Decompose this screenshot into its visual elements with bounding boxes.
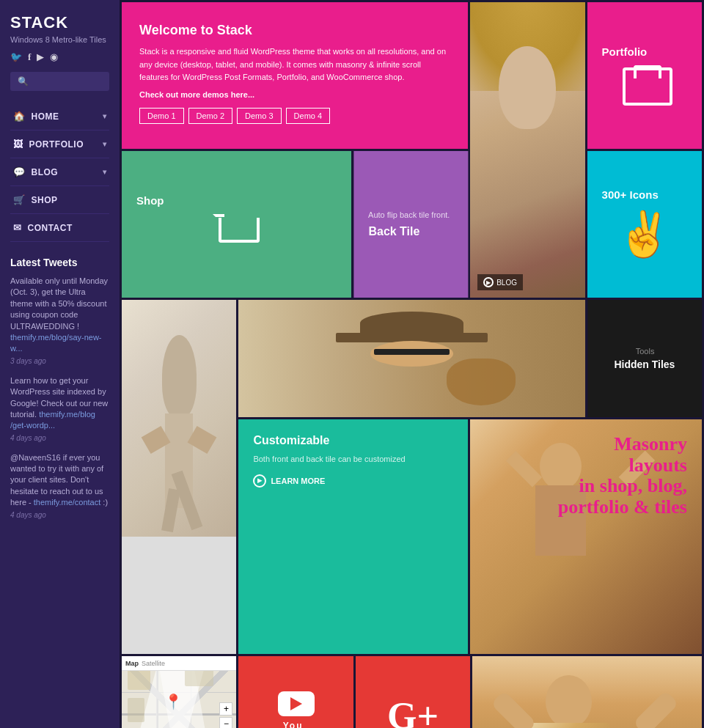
main-nav: 🏠HOME ▾ 🖼PORTFOLIO ▾ 💬BLOG ▾ 🛒SHOP [10,103,109,242]
search-input[interactable] [10,72,109,91]
check-demos-link[interactable]: Check out more demos here... [139,90,450,99]
sidebar: STACK Windows 8 Metro-like Tiles 🐦 f ▶ ◉… [0,0,120,728]
portfolio-icon: 🖼 [13,139,23,150]
youtube-icon: YouTube [278,691,315,729]
rss-social-icon[interactable]: ◉ [50,51,58,63]
shop-title: Shop [136,194,337,207]
girl-photo-tile[interactable]: ▶ BLOG [470,2,584,298]
nav-item-shop[interactable]: 🛒SHOP [10,186,109,214]
latest-tweets-title: Latest Tweets [10,257,109,268]
icons-title: 300+ Icons [602,188,687,201]
guitarist-tile[interactable] [238,300,584,417]
site-subtitle: Windows 8 Metro-like Tiles [10,35,109,44]
chevron-portfolio-icon: ▾ [103,140,107,148]
demo1-button[interactable]: Demo 1 [139,108,184,124]
learn-more-label: LEARN MORE [271,477,325,485]
blog-label: BLOG [496,279,517,287]
portfolio-title: Portfolio [602,45,687,58]
nav-item-portfolio[interactable]: 🖼PORTFOLIO ▾ [10,130,109,158]
blog-overlay-button[interactable]: ▶ BLOG [477,274,523,290]
dancer-tile[interactable] [122,300,236,654]
googleplus-icon: G+ [387,694,439,728]
site-title: STACK [10,13,109,32]
demo2-button[interactable]: Demo 2 [188,108,233,124]
youtube-label: YouTube [283,721,309,729]
map-controls: + − [219,702,232,729]
tweet-1-days: 3 days ago [10,357,109,365]
tweet-1-link[interactable]: themify.me/blog/say-new-w... [10,333,102,353]
tweet-2-days: 4 days ago [10,434,109,442]
chevron-blog-icon: ▾ [103,168,107,176]
tweet-3-text: @NaveenS16 if ever you wanted to try it … [10,452,109,509]
tweet-3: @NaveenS16 if ever you wanted to try it … [10,452,109,519]
hidden-tiles-tile[interactable]: Hidden Tiles Tools [587,300,702,417]
nav-label-shop: SHOP [32,195,58,205]
circle-arrow-icon: ▶ [253,474,266,488]
hidden-tiles-title: Hidden Tiles [614,359,675,370]
tweet-3-link[interactable]: themify.me/contact [34,498,101,507]
suitcase-icon [619,65,670,106]
contact-icon: ✉ [13,222,22,233]
map-zoom-out[interactable]: − [219,717,232,729]
twitter-social-icon[interactable]: 🐦 [10,51,22,63]
demo3-button[interactable]: Demo 3 [237,108,282,124]
map-zoom-in[interactable]: + [219,702,232,716]
shop-icon: 🛒 [13,194,26,205]
nav-label-blog: BLOG [32,167,59,177]
tweet-3-days: 4 days ago [10,511,109,519]
welcome-title: Welcome to Stack [139,23,450,38]
cart-icon [213,214,260,254]
icons-tile[interactable]: 300+ Icons ✌ [587,151,702,298]
back-tile[interactable]: Back Tile Auto flip back tile front. [353,151,468,298]
peace-icon: ✌ [617,208,672,260]
portfolio-tile[interactable]: Portfolio [587,2,702,149]
welcome-description: Stack is a responsive and fluid WordPres… [139,45,450,84]
masonry-photo-tile[interactable] [472,656,702,728]
nav-item-contact[interactable]: ✉CONTACT [10,214,109,242]
map-pin-icon: 📍 [164,693,183,710]
tweet-1-text: Available only until Monday (Oct. 3), ge… [10,276,109,355]
back-tile-title: Back Tile [368,225,419,238]
youtube-tile[interactable]: YouTube [238,656,353,728]
home-icon: 🏠 [13,111,26,122]
learn-more-button[interactable]: ▶ LEARN MORE [253,474,453,488]
tweet-2: Learn how to get your WordPress site ind… [10,375,109,442]
back-tile-subtitle: Auto flip back tile front. [368,210,450,219]
masonry-tile[interactable]: Masonrylayoutsin shop, blog,portfolio & … [470,419,702,654]
nav-label-contact: CONTACT [28,223,73,233]
facebook-social-icon[interactable]: f [28,51,31,63]
tweet-2-text: Learn how to get your WordPress site ind… [10,375,109,432]
customizable-title: Customizable [253,434,453,447]
tweet-2-link[interactable]: themify.me/blog /get-wordp... [10,410,95,430]
customizable-tile[interactable]: Customizable Both front and back tile ca… [238,419,468,654]
map-tab-satellite[interactable]: Satellite [142,660,165,667]
nav-item-home[interactable]: 🏠HOME ▾ [10,103,109,130]
shop-tile[interactable]: Shop [122,151,351,298]
demo-buttons: Demo 1 Demo 2 Demo 3 Demo 4 [139,108,450,124]
customizable-desc: Both front and back tile can be customiz… [253,453,453,466]
blog-icon: 💬 [13,166,26,177]
nav-item-blog[interactable]: 💬BLOG ▾ [10,158,109,186]
map-tile[interactable]: 📍 Map Satellite + − Google Map data ©201… [122,656,236,728]
demo4-button[interactable]: Demo 4 [286,108,331,124]
googleplus-tile[interactable]: G+ [356,656,470,728]
hidden-tiles-subtitle: Tools [635,347,654,356]
social-icons: 🐦 f ▶ ◉ [10,51,109,63]
latest-tweets-section: Latest Tweets Available only until Monda… [10,257,109,519]
welcome-tile[interactable]: Welcome to Stack Stack is a responsive a… [122,2,468,149]
main-content: Welcome to Stack Stack is a responsive a… [120,0,704,728]
nav-label-portfolio: PORTFOLIO [29,139,84,150]
chevron-icon: ▾ [103,112,107,120]
nav-label-home: HOME [32,111,59,122]
youtube-social-icon[interactable]: ▶ [37,51,44,63]
tweet-1: Available only until Monday (Oct. 3), ge… [10,276,109,365]
map-tab-map[interactable]: Map [125,660,139,667]
masonry-title: Masonrylayoutsin shop, blog,portfolio & … [485,434,687,518]
